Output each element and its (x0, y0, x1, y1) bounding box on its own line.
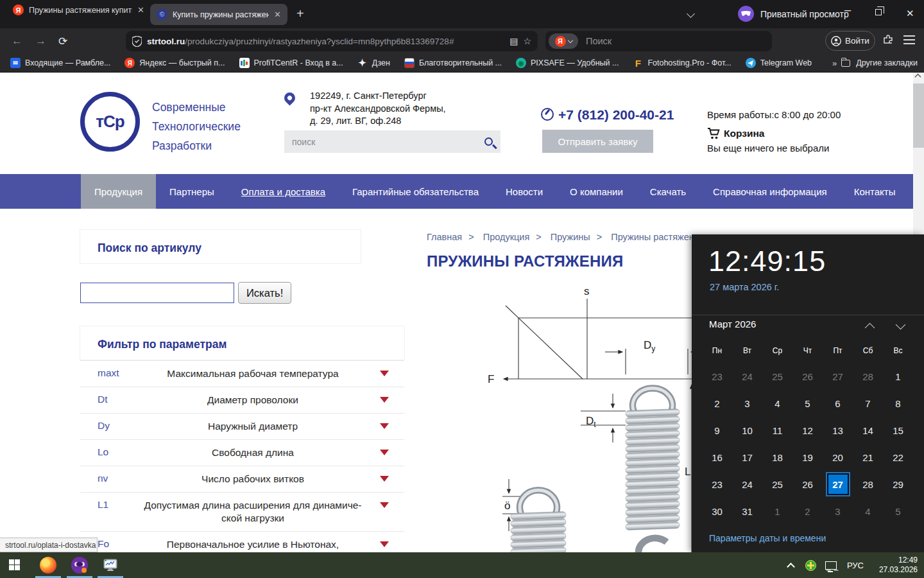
calendar-day[interactable]: 8 (883, 390, 913, 417)
restore-button[interactable] (875, 9, 882, 15)
clock-date-link[interactable]: 27 марта 2026 г. (710, 282, 779, 292)
calendar-day[interactable]: 14 (853, 417, 883, 444)
article-search-input[interactable] (80, 283, 234, 303)
calendar-day[interactable]: 2 (792, 498, 823, 525)
search-engine-badge[interactable]: Я (549, 33, 578, 49)
calendar-day[interactable]: 2 (702, 390, 732, 417)
calendar-day[interactable]: 16 (702, 444, 732, 471)
calendar-day[interactable]: 1 (883, 363, 913, 390)
nav-item-oplata[interactable]: Оплата и доставка (228, 174, 339, 209)
calendar-day[interactable]: 15 (883, 417, 913, 444)
calendar-day[interactable]: 26 (792, 363, 823, 390)
bookmarks-overflow-icon[interactable]: » (832, 58, 835, 68)
filter-row[interactable]: L1Допустимая длина расширения для динами… (80, 492, 404, 531)
taskbar-clock[interactable]: 12:49 27.03.2026 (873, 556, 918, 575)
scroll-up-icon[interactable] (914, 73, 921, 80)
calendar-day[interactable]: 25 (762, 363, 792, 390)
calendar-day[interactable]: 4 (853, 498, 883, 525)
calendar-day[interactable]: 23 (702, 471, 732, 498)
nav-item-garantii[interactable]: Гарантийные обязательства (339, 174, 492, 209)
calendar-day[interactable]: 20 (823, 444, 853, 471)
calendar-day[interactable]: 5 (792, 390, 823, 417)
bookmark-item[interactable]: ✉Входящие — Рамбле... (10, 58, 110, 68)
date-time-settings-link[interactable]: Параметры даты и времени (709, 533, 826, 543)
expand-triangle-icon[interactable] (380, 476, 389, 482)
expand-triangle-icon[interactable] (380, 541, 389, 547)
breadcrumb-springs[interactable]: Пружины (551, 232, 590, 242)
language-indicator[interactable]: РУС (847, 561, 864, 570)
filter-row[interactable]: DtДиаметр проволоки (80, 387, 404, 413)
calendar-day[interactable]: 22 (883, 444, 913, 471)
bookmark-item[interactable]: FFotohosting.Pro - Фот... (633, 58, 731, 68)
calendar-day[interactable]: 7 (853, 390, 883, 417)
bookmark-item[interactable]: ◉PIXSAFE — Удобный ... (516, 58, 619, 68)
tab-list-chevron-icon[interactable] (687, 10, 695, 18)
calendar-day-selected[interactable]: 27 (826, 472, 850, 496)
menu-icon[interactable] (903, 35, 915, 37)
expand-triangle-icon[interactable] (380, 423, 389, 429)
tray-expand-icon[interactable] (787, 563, 795, 571)
cart-link[interactable]: Корзина (707, 128, 764, 139)
calendar-day[interactable]: 30 (702, 498, 732, 525)
filter-row[interactable]: LoСвободная длина (80, 439, 404, 466)
tab-close-icon[interactable]: ✕ (274, 10, 281, 19)
nav-item-spravka[interactable]: Справочная информация (699, 174, 841, 209)
bookmark-item[interactable]: Telegram Web (746, 58, 812, 68)
calendar-day[interactable]: 4 (762, 390, 792, 417)
calendar-day[interactable]: 12 (792, 417, 823, 444)
filter-row[interactable]: nvЧисло рабочих витков (80, 466, 404, 492)
expand-triangle-icon[interactable] (380, 450, 389, 455)
forward-button[interactable]: → (35, 35, 46, 48)
nav-item-produkciya[interactable]: Продукция (81, 174, 156, 209)
nav-item-skachat[interactable]: Скачать (637, 174, 699, 209)
calendar-day[interactable]: 24 (732, 363, 762, 390)
filter-row[interactable]: FoПервоначальное усилие в Ньютонах, треб… (80, 531, 404, 552)
search-icon[interactable] (484, 137, 493, 146)
calendar-day[interactable]: 17 (732, 444, 762, 471)
extensions-icon[interactable] (882, 33, 894, 48)
nav-item-partnery[interactable]: Партнеры (156, 174, 228, 209)
nav-item-kontakty[interactable]: Контакты (841, 174, 909, 209)
calendar-day[interactable]: 27 (823, 363, 853, 390)
close-window-button[interactable]: ✕ (906, 8, 914, 19)
expand-triangle-icon[interactable] (380, 371, 389, 376)
calendar-day[interactable]: 25 (762, 471, 792, 498)
calendar-day[interactable]: 11 (762, 417, 792, 444)
bookmark-star-icon[interactable]: ☆ (523, 36, 531, 46)
site-logo[interactable]: тСр (80, 92, 140, 152)
calendar-day[interactable]: 28 (853, 363, 883, 390)
expand-triangle-icon[interactable] (380, 502, 389, 508)
calendar-day[interactable]: 29 (883, 471, 913, 498)
new-tab-button[interactable]: + (296, 6, 304, 21)
calendar-day[interactable]: 31 (732, 498, 762, 525)
firefox-taskbar-icon[interactable] (39, 556, 57, 574)
calendar-day[interactable]: 26 (792, 471, 823, 498)
tab-close-icon[interactable]: ✕ (137, 5, 144, 15)
tab-inactive[interactable]: Я Пружины растяжения купить - ✕ (13, 4, 144, 15)
bookmark-item[interactable]: ProfiTCentR - Вход в а... (239, 58, 343, 68)
calendar-day[interactable]: 24 (732, 471, 762, 498)
nav-item-o-kompanii[interactable]: О компании (556, 174, 637, 209)
calendar-day[interactable]: 5 (883, 498, 913, 525)
calendar-day[interactable]: 28 (853, 471, 883, 498)
article-search-button[interactable]: Искать! (238, 282, 291, 304)
filter-row[interactable]: maxtМаксимальная рабочая температура (80, 360, 404, 387)
breadcrumb-home[interactable]: Главная (427, 232, 462, 242)
calendar-day[interactable]: 9 (702, 417, 732, 444)
scrollbar-thumb[interactable] (913, 83, 924, 148)
breadcrumb-products[interactable]: Продукция (483, 232, 530, 242)
login-button[interactable]: Войти (825, 31, 875, 51)
calendar-day[interactable]: 6 (823, 390, 853, 417)
site-search-input[interactable]: поиск (284, 130, 501, 153)
filter-row[interactable]: DyНаружный диаметр (80, 413, 404, 439)
calendar-day[interactable]: 19 (792, 444, 823, 471)
start-button[interactable] (9, 559, 20, 570)
other-bookmarks[interactable]: » Другие закладки (832, 58, 918, 68)
network-tray-icon[interactable] (825, 561, 837, 570)
calendar-day[interactable]: 18 (762, 444, 792, 471)
phone-number[interactable]: +7 (812) 200-40-21 (558, 107, 674, 123)
calendar-day[interactable]: 13 (823, 417, 853, 444)
back-button[interactable]: ← (12, 35, 22, 48)
bookmark-item[interactable]: ЯЯндекс — быстрый п... (124, 58, 225, 68)
bookmark-item[interactable]: Благотворительный ... (404, 58, 502, 68)
